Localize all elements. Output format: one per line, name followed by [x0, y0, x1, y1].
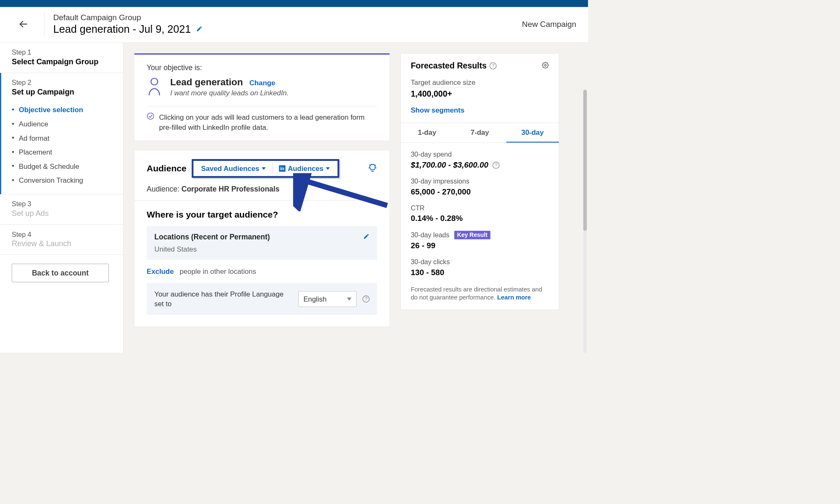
key-result-badge: Key Result: [454, 231, 490, 239]
objective-card: Your objective is: Lead generation Chang…: [134, 53, 390, 141]
step-3[interactable]: Step 3 Set up Ads: [0, 194, 123, 225]
objective-note: Clicking on your ads will lead customers…: [159, 112, 377, 132]
substep-audience[interactable]: Audience: [12, 117, 111, 131]
metric-impressions: 30-day impressions 65,000 - 270,000: [411, 177, 549, 197]
metric-value: 0.14% - 0.28%: [411, 214, 463, 223]
step-title: Select Campaign Group: [12, 57, 111, 66]
step-label: Step 1: [12, 49, 111, 57]
audience-heading: Audience: [147, 163, 186, 173]
substep-objective-selection[interactable]: Objective selection: [12, 103, 111, 117]
language-text: Your audience has their Profile Language…: [155, 289, 293, 308]
exclude-link[interactable]: Exclude: [147, 268, 173, 276]
metric-leads: 30-day leads Key Result 26 - 99: [411, 231, 549, 250]
language-value: English: [303, 295, 326, 303]
forecast-panel: Forecasted Results ? Target audience siz…: [400, 53, 559, 310]
step-2[interactable]: Step 2 Set up Campaign Objective selecti…: [0, 73, 123, 194]
current-audience-line: Audience: Corporate HR Professionals: [147, 185, 377, 193]
page-header: Default Campaign Group Lead generation -…: [0, 7, 588, 43]
tab-1day[interactable]: 1-day: [401, 123, 454, 143]
language-card: Your audience has their Profile Language…: [147, 283, 377, 315]
metric-label: CTR: [411, 204, 425, 213]
language-select[interactable]: English: [299, 291, 357, 307]
locations-card: Locations (Recent or Permanent) United S…: [147, 226, 377, 260]
substep-conversion-tracking[interactable]: Conversion Tracking: [12, 173, 111, 188]
gear-icon[interactable]: [542, 62, 549, 70]
where-heading: Where is your target audience?: [147, 210, 377, 220]
exclude-text: people in other locations: [180, 268, 256, 276]
top-bar: [0, 0, 588, 7]
svg-line-2: [369, 165, 370, 165]
substep-budget-schedule[interactable]: Budget & Schedule: [12, 159, 111, 173]
metric-label: 30-day leads: [411, 231, 449, 239]
annotation-highlight-box: Saved Audiences in Audiences: [192, 159, 339, 178]
locations-label: Locations (Recent or Permanent): [155, 233, 270, 241]
caret-down-icon: [262, 167, 266, 170]
metric-value: 26 - 99: [411, 241, 436, 250]
edit-locations-icon[interactable]: [363, 233, 370, 241]
show-segments-link[interactable]: Show segments: [411, 106, 549, 115]
divider: [272, 163, 273, 174]
step-title: Review & Launch: [12, 239, 111, 248]
metric-value: 65,000 - 270,000: [411, 187, 471, 197]
current-audience-label: Audience:: [147, 185, 179, 193]
step-title: Set up Campaign: [12, 87, 111, 97]
objective-subtitle: I want more quality leads on LinkedIn.: [170, 89, 289, 97]
step-title: Set up Ads: [12, 209, 111, 218]
metric-label: 30-day spend: [411, 150, 452, 159]
substep-placement[interactable]: Placement: [12, 145, 111, 160]
metric-label: 30-day clicks: [411, 258, 450, 266]
svg-point-7: [544, 64, 546, 66]
campaign-title: Lead generation - Jul 9, 2021: [53, 23, 191, 35]
scrollbar[interactable]: [583, 90, 587, 353]
help-icon[interactable]: ?: [362, 295, 370, 302]
saved-audiences-label: Saved Audiences: [201, 164, 260, 173]
audience-card: Audience Saved Audiences in Audiences: [134, 150, 390, 327]
metric-label: 30-day impressions: [411, 177, 470, 186]
step-4[interactable]: Step 4 Review & Launch: [0, 225, 123, 255]
help-icon[interactable]: ?: [493, 162, 500, 169]
check-circle-icon: [147, 112, 154, 132]
metric-spend: 30-day spend $1,700.00 - $3,600.00 ?: [411, 150, 549, 170]
caret-down-icon: [326, 167, 330, 170]
divider: [44, 12, 45, 36]
new-campaign-label: New Campaign: [522, 20, 576, 29]
campaign-group-label: Default Campaign Group: [53, 13, 203, 22]
help-icon[interactable]: ?: [490, 62, 497, 69]
linkedin-icon: in: [279, 165, 285, 172]
forecast-disclaimer: Forecasted results are directional estim…: [411, 285, 549, 302]
step-label: Step 3: [12, 200, 111, 208]
metric-ctr: CTR 0.14% - 0.28%: [411, 204, 549, 223]
svg-line-3: [375, 165, 376, 165]
edit-title-icon[interactable]: [196, 26, 202, 33]
metric-clicks: 30-day clicks 130 - 580: [411, 258, 549, 277]
tab-7day[interactable]: 7-day: [454, 123, 507, 143]
step-1[interactable]: Step 1 Select Campaign Group: [0, 43, 123, 73]
audiences-label: Audiences: [288, 164, 323, 173]
locations-value: United States: [155, 245, 370, 254]
objective-intro: Your objective is:: [147, 63, 377, 72]
current-audience-name: Corporate HR Professionals: [181, 185, 279, 193]
target-audience-label: Target audience size: [411, 78, 475, 87]
svg-point-1: [147, 113, 154, 119]
step-label: Step 2: [12, 79, 111, 87]
objective-title: Lead generation: [170, 77, 243, 88]
change-objective-link[interactable]: Change: [249, 79, 276, 87]
caret-down-icon: [347, 297, 352, 300]
learn-more-link[interactable]: Learn more: [497, 294, 531, 301]
person-icon: [147, 77, 162, 97]
saved-audiences-dropdown[interactable]: Saved Audiences: [197, 163, 270, 174]
sidebar: Step 1 Select Campaign Group Step 2 Set …: [0, 43, 123, 353]
step-label: Step 4: [12, 231, 111, 239]
back-to-account-button[interactable]: Back to account: [12, 264, 109, 282]
lightbulb-icon[interactable]: [368, 163, 377, 174]
substep-ad-format[interactable]: Ad format: [12, 131, 111, 145]
metric-value: $1,700.00 - $3,600.00: [411, 160, 488, 170]
target-audience-value: 1,400,000+: [411, 89, 549, 98]
forecast-tabs: 1-day 7-day 30-day: [401, 123, 559, 143]
scroll-thumb[interactable]: [583, 90, 587, 231]
audiences-dropdown[interactable]: in Audiences: [274, 163, 335, 174]
back-arrow-button[interactable]: [12, 19, 35, 29]
metric-value: 130 - 580: [411, 268, 444, 277]
forecast-title: Forecasted Results: [411, 61, 487, 71]
tab-30day[interactable]: 30-day: [506, 123, 559, 143]
